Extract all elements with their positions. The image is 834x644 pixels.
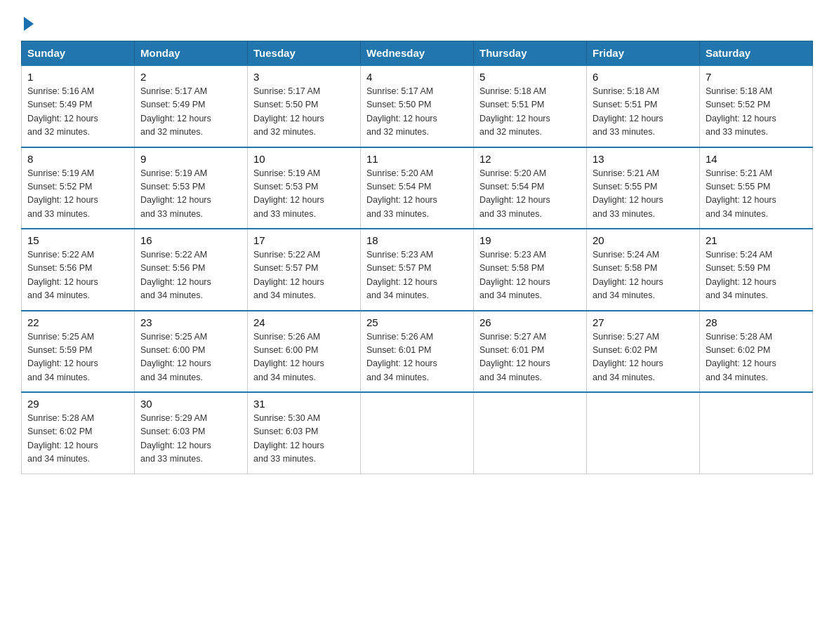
sun-info: Sunrise: 5:29 AMSunset: 6:03 PMDaylight:…: [140, 412, 241, 467]
sun-info: Sunrise: 5:20 AMSunset: 5:54 PMDaylight:…: [366, 167, 468, 222]
calendar-cell: 31Sunrise: 5:30 AMSunset: 6:03 PMDayligh…: [248, 392, 361, 474]
day-number: 11: [366, 153, 468, 165]
weekday-header-sunday: Sunday: [22, 41, 135, 66]
sun-info: Sunrise: 5:20 AMSunset: 5:54 PMDaylight:…: [479, 167, 581, 222]
calendar-week-4: 22Sunrise: 5:25 AMSunset: 5:59 PMDayligh…: [22, 311, 813, 393]
day-number: 17: [253, 234, 355, 246]
day-number: 24: [253, 316, 355, 328]
sun-info: Sunrise: 5:26 AMSunset: 6:00 PMDaylight:…: [253, 330, 355, 385]
calendar-cell: 30Sunrise: 5:29 AMSunset: 6:03 PMDayligh…: [135, 392, 248, 474]
sun-info: Sunrise: 5:16 AMSunset: 5:49 PMDaylight:…: [27, 85, 128, 140]
day-number: 7: [706, 71, 807, 83]
calendar-week-5: 29Sunrise: 5:28 AMSunset: 6:02 PMDayligh…: [22, 392, 813, 474]
logo: [21, 14, 34, 28]
calendar-cell: 10Sunrise: 5:19 AMSunset: 5:53 PMDayligh…: [248, 147, 361, 229]
day-number: 18: [366, 234, 468, 246]
calendar-cell: 8Sunrise: 5:19 AMSunset: 5:52 PMDaylight…: [22, 147, 135, 229]
sun-info: Sunrise: 5:18 AMSunset: 5:51 PMDaylight:…: [479, 85, 581, 140]
sun-info: Sunrise: 5:22 AMSunset: 5:57 PMDaylight:…: [253, 248, 355, 303]
calendar-week-2: 8Sunrise: 5:19 AMSunset: 5:52 PMDaylight…: [22, 147, 813, 229]
calendar-body: 1Sunrise: 5:16 AMSunset: 5:49 PMDaylight…: [22, 65, 813, 474]
calendar-cell: 18Sunrise: 5:23 AMSunset: 5:57 PMDayligh…: [361, 229, 474, 311]
weekday-header-wednesday: Wednesday: [361, 41, 474, 66]
calendar-cell: 7Sunrise: 5:18 AMSunset: 5:52 PMDaylight…: [700, 65, 813, 147]
day-number: 26: [479, 316, 581, 328]
calendar-cell: 4Sunrise: 5:17 AMSunset: 5:50 PMDaylight…: [361, 65, 474, 147]
sun-info: Sunrise: 5:26 AMSunset: 6:01 PMDaylight:…: [366, 330, 468, 385]
day-number: 30: [140, 398, 241, 410]
sun-info: Sunrise: 5:28 AMSunset: 6:02 PMDaylight:…: [27, 412, 128, 467]
sun-info: Sunrise: 5:19 AMSunset: 5:52 PMDaylight:…: [27, 167, 128, 222]
day-number: 10: [253, 153, 355, 165]
sun-info: Sunrise: 5:24 AMSunset: 5:59 PMDaylight:…: [706, 248, 807, 303]
sun-info: Sunrise: 5:17 AMSunset: 5:50 PMDaylight:…: [366, 85, 468, 140]
calendar-cell: 17Sunrise: 5:22 AMSunset: 5:57 PMDayligh…: [248, 229, 361, 311]
calendar-cell: 15Sunrise: 5:22 AMSunset: 5:56 PMDayligh…: [22, 229, 135, 311]
sun-info: Sunrise: 5:30 AMSunset: 6:03 PMDaylight:…: [253, 412, 355, 467]
day-number: 31: [253, 398, 355, 410]
calendar-cell: [474, 392, 587, 474]
sun-info: Sunrise: 5:28 AMSunset: 6:02 PMDaylight:…: [706, 330, 807, 385]
weekday-header-row: SundayMondayTuesdayWednesdayThursdayFrid…: [22, 41, 813, 66]
sun-info: Sunrise: 5:19 AMSunset: 5:53 PMDaylight:…: [140, 167, 241, 222]
weekday-header-monday: Monday: [135, 41, 248, 66]
sun-info: Sunrise: 5:17 AMSunset: 5:49 PMDaylight:…: [140, 85, 241, 140]
sun-info: Sunrise: 5:23 AMSunset: 5:58 PMDaylight:…: [479, 248, 581, 303]
sun-info: Sunrise: 5:21 AMSunset: 5:55 PMDaylight:…: [706, 167, 807, 222]
day-number: 14: [706, 153, 807, 165]
weekday-header-saturday: Saturday: [700, 41, 813, 66]
calendar-cell: [587, 392, 700, 474]
day-number: 4: [366, 71, 468, 83]
calendar-cell: 13Sunrise: 5:21 AMSunset: 5:55 PMDayligh…: [587, 147, 700, 229]
sun-info: Sunrise: 5:23 AMSunset: 5:57 PMDaylight:…: [366, 248, 468, 303]
calendar-week-3: 15Sunrise: 5:22 AMSunset: 5:56 PMDayligh…: [22, 229, 813, 311]
sun-info: Sunrise: 5:24 AMSunset: 5:58 PMDaylight:…: [593, 248, 694, 303]
day-number: 12: [479, 153, 581, 165]
calendar-cell: 2Sunrise: 5:17 AMSunset: 5:49 PMDaylight…: [135, 65, 248, 147]
weekday-header-thursday: Thursday: [474, 41, 587, 66]
calendar-cell: 24Sunrise: 5:26 AMSunset: 6:00 PMDayligh…: [248, 311, 361, 393]
calendar-table: SundayMondayTuesdayWednesdayThursdayFrid…: [21, 41, 813, 474]
logo-arrow-icon: [24, 17, 34, 31]
calendar-cell: [700, 392, 813, 474]
calendar-cell: [361, 392, 474, 474]
sun-info: Sunrise: 5:18 AMSunset: 5:52 PMDaylight:…: [706, 85, 807, 140]
calendar-cell: 5Sunrise: 5:18 AMSunset: 5:51 PMDaylight…: [474, 65, 587, 147]
page-header: [21, 14, 813, 28]
calendar-cell: 26Sunrise: 5:27 AMSunset: 6:01 PMDayligh…: [474, 311, 587, 393]
sun-info: Sunrise: 5:21 AMSunset: 5:55 PMDaylight:…: [593, 167, 694, 222]
sun-info: Sunrise: 5:25 AMSunset: 5:59 PMDaylight:…: [27, 330, 128, 385]
calendar-cell: 11Sunrise: 5:20 AMSunset: 5:54 PMDayligh…: [361, 147, 474, 229]
calendar-cell: 12Sunrise: 5:20 AMSunset: 5:54 PMDayligh…: [474, 147, 587, 229]
day-number: 2: [140, 71, 241, 83]
weekday-header-tuesday: Tuesday: [248, 41, 361, 66]
day-number: 22: [27, 316, 128, 328]
calendar-cell: 28Sunrise: 5:28 AMSunset: 6:02 PMDayligh…: [700, 311, 813, 393]
calendar-cell: 25Sunrise: 5:26 AMSunset: 6:01 PMDayligh…: [361, 311, 474, 393]
sun-info: Sunrise: 5:17 AMSunset: 5:50 PMDaylight:…: [253, 85, 355, 140]
sun-info: Sunrise: 5:25 AMSunset: 6:00 PMDaylight:…: [140, 330, 241, 385]
calendar-cell: 3Sunrise: 5:17 AMSunset: 5:50 PMDaylight…: [248, 65, 361, 147]
day-number: 28: [706, 316, 807, 328]
calendar-cell: 21Sunrise: 5:24 AMSunset: 5:59 PMDayligh…: [700, 229, 813, 311]
sun-info: Sunrise: 5:22 AMSunset: 5:56 PMDaylight:…: [27, 248, 128, 303]
calendar-cell: 23Sunrise: 5:25 AMSunset: 6:00 PMDayligh…: [135, 311, 248, 393]
calendar-cell: 20Sunrise: 5:24 AMSunset: 5:58 PMDayligh…: [587, 229, 700, 311]
day-number: 27: [593, 316, 694, 328]
calendar-cell: 1Sunrise: 5:16 AMSunset: 5:49 PMDaylight…: [22, 65, 135, 147]
day-number: 21: [706, 234, 807, 246]
day-number: 16: [140, 234, 241, 246]
day-number: 8: [27, 153, 128, 165]
day-number: 13: [593, 153, 694, 165]
day-number: 15: [27, 234, 128, 246]
calendar-cell: 6Sunrise: 5:18 AMSunset: 5:51 PMDaylight…: [587, 65, 700, 147]
calendar-week-1: 1Sunrise: 5:16 AMSunset: 5:49 PMDaylight…: [22, 65, 813, 147]
day-number: 29: [27, 398, 128, 410]
calendar-cell: 29Sunrise: 5:28 AMSunset: 6:02 PMDayligh…: [22, 392, 135, 474]
day-number: 1: [27, 71, 128, 83]
calendar-cell: 16Sunrise: 5:22 AMSunset: 5:56 PMDayligh…: [135, 229, 248, 311]
day-number: 23: [140, 316, 241, 328]
weekday-header-friday: Friday: [587, 41, 700, 66]
sun-info: Sunrise: 5:27 AMSunset: 6:02 PMDaylight:…: [593, 330, 694, 385]
sun-info: Sunrise: 5:22 AMSunset: 5:56 PMDaylight:…: [140, 248, 241, 303]
